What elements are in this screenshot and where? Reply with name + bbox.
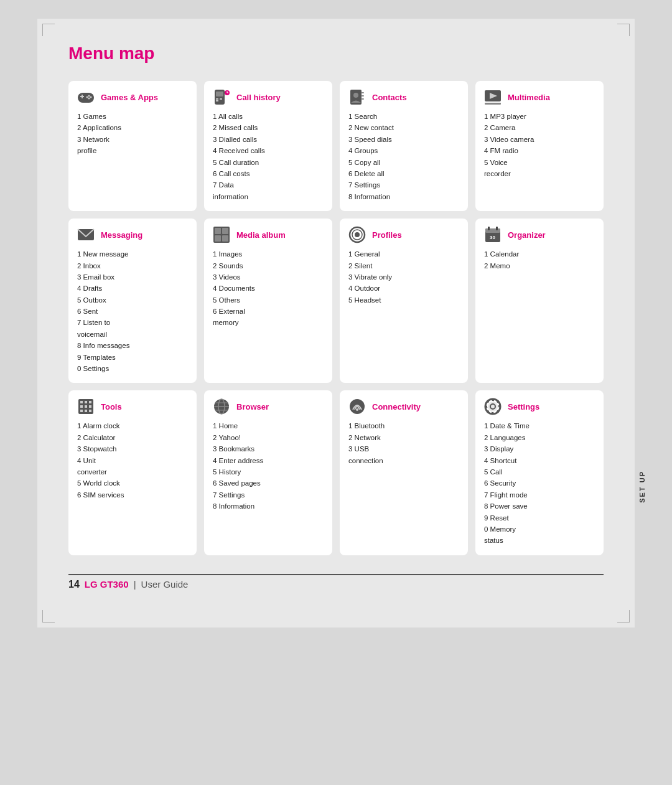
list-item: 4 Groups	[348, 145, 460, 156]
svg-point-3	[88, 95, 90, 97]
list-item: 3 Network	[77, 134, 189, 145]
list-item: 1 MP3 player	[484, 111, 596, 122]
svg-point-4	[90, 96, 92, 98]
tools-icon	[76, 397, 96, 416]
list-item: 2 Applications	[77, 122, 189, 133]
list-item: 1 Bluetooth	[348, 420, 460, 431]
svg-rect-46	[89, 410, 91, 412]
corner-mark-bl	[42, 610, 55, 623]
list-item: 1 Calendar	[484, 248, 596, 260]
list-item: 1 General	[348, 248, 460, 260]
svg-rect-22	[485, 103, 501, 105]
card-multimedia: Multimedia1 MP3 player2 Camera3 Video ca…	[475, 81, 604, 211]
list-item: 3 Display	[484, 443, 596, 454]
svg-rect-35	[496, 227, 498, 230]
card-settings: Settings1 Date & Time2 Languages3 Displa…	[475, 390, 604, 555]
list-item: 3 Email box	[77, 271, 189, 283]
svg-point-30	[355, 232, 360, 237]
list-item: 4 Enter address	[213, 455, 325, 466]
card-header-messaging: Messaging	[76, 225, 189, 245]
list-item: 4 Drafts	[77, 283, 189, 294]
card-items-settings: 1 Date & Time2 Languages3 Display4 Short…	[483, 420, 596, 546]
svg-rect-18	[362, 95, 364, 96]
list-item: 4 Shortcut	[484, 455, 596, 466]
list-item: 4 Outdoor	[348, 283, 460, 294]
card-title-games-apps: Games & Apps	[101, 93, 158, 102]
list-item: 5 Call	[484, 466, 596, 477]
list-item: 2 Camera	[484, 122, 596, 133]
card-items-call-history: 1 All calls2 Missed calls3 Dialled calls…	[212, 111, 325, 202]
card-title-profiles: Profiles	[372, 230, 402, 240]
card-title-connectivity: Connectivity	[372, 402, 421, 411]
svg-rect-38	[80, 401, 83, 403]
card-title-multimedia: Multimedia	[508, 93, 550, 102]
svg-rect-33	[485, 228, 500, 233]
list-item: 4 Unit	[77, 455, 189, 466]
svg-rect-28	[222, 235, 228, 242]
list-item: 5 World clock	[77, 477, 189, 489]
card-header-connectivity: Connectivity	[347, 397, 460, 416]
list-item: 5 Headset	[348, 294, 460, 306]
list-item: 8 Information	[348, 191, 460, 202]
list-item: 2 Yahoo!	[213, 432, 325, 443]
list-item: 6 External	[213, 306, 325, 317]
card-profiles: Profiles1 General2 Silent3 Vibrate only4…	[340, 219, 468, 383]
svg-rect-9	[216, 98, 218, 100]
phone-log-icon	[212, 87, 231, 107]
list-item: 1 All calls	[213, 111, 325, 122]
calendar-icon: 30	[483, 225, 503, 245]
list-item: 6 Saved pages	[213, 477, 325, 489]
profiles-icon	[347, 225, 367, 245]
menu-row-1: Messaging1 New message2 Inbox3 Email box…	[68, 219, 604, 383]
card-header-games-apps: Games & Apps	[76, 87, 189, 107]
card-header-contacts: Contacts	[347, 87, 460, 107]
card-header-multimedia: Multimedia	[483, 87, 596, 107]
svg-rect-11	[220, 98, 222, 100]
svg-rect-10	[216, 100, 218, 101]
list-item: 4 Documents	[213, 283, 325, 294]
svg-rect-27	[215, 235, 221, 242]
list-item: information	[213, 191, 325, 202]
svg-point-53	[356, 408, 358, 411]
svg-rect-40	[89, 401, 91, 403]
list-item: 1 Search	[348, 111, 460, 122]
card-items-games-apps: 1 Games2 Applications3 Network profile	[76, 111, 189, 157]
menu-row-2: Tools1 Alarm clock2 Calculator3 Stopwatc…	[68, 390, 604, 555]
media-icon	[212, 225, 231, 245]
svg-rect-39	[85, 401, 87, 403]
list-item: profile	[77, 145, 189, 156]
card-header-profiles: Profiles	[347, 225, 460, 245]
list-item: 8 Power save	[484, 501, 596, 512]
card-items-contacts: 1 Search2 New contact3 Speed dials4 Grou…	[347, 111, 460, 202]
list-item: 3 Speed dials	[348, 134, 460, 145]
list-item: 1 Alarm clock	[77, 420, 189, 431]
list-item: connection	[348, 455, 460, 466]
svg-rect-25	[215, 228, 221, 234]
card-header-settings: Settings	[483, 397, 596, 416]
list-item: 9 Templates	[77, 352, 189, 363]
list-item: 2 Missed calls	[213, 122, 325, 133]
svg-point-5	[86, 96, 88, 98]
list-item: 5 History	[213, 466, 325, 477]
footer-brand: LG GT360	[85, 579, 129, 590]
list-item: 5 Outbox	[77, 294, 189, 306]
menu-grid: Games & Apps1 Games2 Applications3 Netwo…	[68, 81, 604, 555]
list-item: 3 USB	[348, 443, 460, 454]
card-items-browser: 1 Home2 Yahoo!3 Bookmarks4 Enter address…	[212, 420, 325, 512]
list-item: 3 Video camera	[484, 134, 596, 145]
footer-page-number: 14	[68, 579, 80, 590]
list-item: 3 Dialled calls	[213, 134, 325, 145]
list-item: 7 Flight mode	[484, 489, 596, 501]
svg-rect-8	[216, 92, 223, 96]
list-item: voicemail	[77, 329, 189, 340]
list-item: converter	[77, 466, 189, 477]
list-item: 7 Listen to	[77, 317, 189, 328]
footer-guide-text: User Guide	[141, 579, 189, 590]
card-items-multimedia: 1 MP3 player2 Camera3 Video camera4 FM r…	[483, 111, 596, 179]
list-item: 9 Reset	[484, 512, 596, 524]
card-items-media-album: 1 Images2 Sounds3 Videos4 Documents5 Oth…	[212, 248, 325, 329]
card-header-media-album: Media album	[212, 225, 325, 245]
svg-rect-43	[89, 405, 91, 408]
card-title-contacts: Contacts	[372, 93, 407, 102]
list-item: 3 Vibrate only	[348, 271, 460, 283]
